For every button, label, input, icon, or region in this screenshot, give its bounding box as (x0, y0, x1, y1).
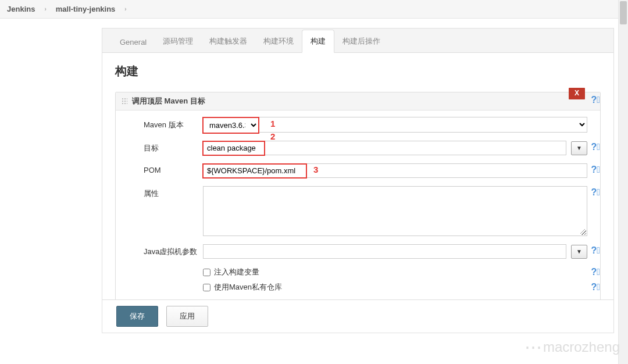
inject-build-vars-input[interactable] (203, 269, 210, 276)
pom-input[interactable] (203, 163, 587, 178)
help-icon[interactable]: ?⃝ (591, 165, 600, 175)
config-panel: General 源码管理 构建触发器 构建环境 构建 构建后操作 构建 ?⃝ X… (102, 28, 614, 333)
private-repo-checkbox[interactable]: 使用Maven私有仓库 (203, 282, 587, 292)
chevron-right-icon: › (44, 6, 46, 12)
help-icon[interactable]: ?⃝ (591, 142, 600, 152)
scrollbar[interactable]: ▴ (618, 0, 628, 364)
annotation-2: 2 (270, 131, 275, 141)
drag-handle-icon[interactable] (122, 98, 127, 105)
chevron-right-icon: › (124, 6, 126, 12)
breadcrumb-project[interactable]: mall-tiny-jenkins (56, 5, 116, 13)
maven-version-label: Maven 版本 (144, 117, 203, 130)
tab-triggers[interactable]: 构建触发器 (201, 30, 255, 52)
annotation-3: 3 (313, 165, 318, 174)
inject-build-vars-checkbox[interactable]: 注入构建变量 (203, 267, 587, 277)
tab-build-env[interactable]: 构建环境 (255, 30, 302, 52)
maven-build-step: ?⃝ X 调用顶层 Maven 目标 Maven 版本 maven3.6.3 1 (115, 92, 601, 309)
tab-general[interactable]: General (112, 32, 155, 52)
watermark-text: macrozheng (543, 339, 620, 355)
build-section: 构建 ?⃝ X 调用顶层 Maven 目标 Maven 版本 maven3.6.… (102, 53, 613, 309)
breadcrumb-root[interactable]: Jenkins (7, 5, 35, 13)
footer-bar: 保存 应用 (102, 299, 613, 333)
properties-textarea[interactable] (203, 186, 587, 236)
help-icon[interactable]: ?⃝ (591, 282, 600, 292)
maven-version-select[interactable]: maven3.6.3 (203, 117, 259, 133)
section-title: 构建 (115, 63, 601, 79)
annotation-1: 1 (270, 119, 275, 129)
pom-label: POM (144, 163, 203, 174)
save-button[interactable]: 保存 (116, 306, 158, 327)
step-header[interactable]: 调用顶层 Maven 目标 (116, 92, 600, 110)
help-icon[interactable]: ?⃝ (591, 95, 600, 105)
goals-label: 目标 (144, 141, 203, 154)
private-repo-input[interactable] (203, 284, 210, 291)
private-repo-label: 使用Maven私有仓库 (214, 282, 282, 292)
scrollbar-thumb[interactable] (620, 1, 627, 24)
watermark: ⋯ macrozheng (524, 337, 620, 357)
jvm-options-input[interactable] (203, 244, 566, 259)
breadcrumb: Jenkins › mall-tiny-jenkins › (0, 0, 628, 19)
help-icon[interactable]: ?⃝ (591, 267, 600, 277)
help-icon[interactable]: ?⃝ (591, 187, 600, 198)
jvm-options-label: Java虚拟机参数 (144, 244, 203, 257)
inject-build-vars-label: 注入构建变量 (214, 267, 259, 277)
tab-scm[interactable]: 源码管理 (155, 30, 201, 52)
advanced-toggle-button[interactable]: ▼ (571, 245, 587, 259)
properties-label: 属性 (144, 186, 203, 199)
goals-input[interactable] (203, 141, 566, 155)
delete-step-button[interactable]: X (569, 88, 585, 99)
apply-button[interactable]: 应用 (166, 306, 208, 327)
advanced-toggle-button[interactable]: ▼ (571, 141, 587, 155)
tab-build[interactable]: 构建 (302, 30, 334, 53)
tab-post-build[interactable]: 构建后操作 (334, 30, 388, 52)
step-title: 调用顶层 Maven 目标 (132, 96, 205, 106)
tab-bar: General 源码管理 构建触发器 构建环境 构建 构建后操作 (102, 28, 613, 53)
help-icon[interactable]: ?⃝ (591, 245, 600, 256)
wechat-icon: ⋯ (524, 337, 538, 357)
maven-version-select-full[interactable] (203, 117, 587, 133)
